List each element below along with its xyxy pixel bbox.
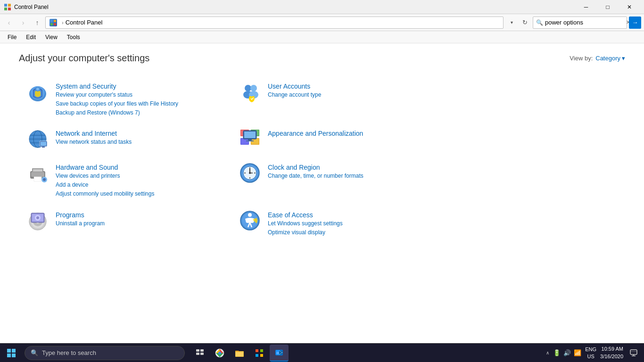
user-accounts-icon	[239, 81, 261, 103]
clock-date: 3/16/2020	[600, 353, 623, 360]
hardware-text: Hardware and Sound View devices and prin…	[56, 162, 154, 197]
address-path[interactable]: › Control Panel	[45, 16, 504, 29]
menu-tools[interactable]: Tools	[63, 33, 84, 41]
clock-title[interactable]: Clock and Region	[268, 164, 363, 171]
svg-rect-68	[7, 354, 11, 357]
title-bar: Control Panel ─ □ ✕	[0, 0, 644, 14]
path-separator: ›	[62, 20, 64, 25]
wifi-icon: 📶	[574, 349, 581, 356]
hardware-link-1[interactable]: View devices and printers	[56, 172, 154, 180]
hardware-svg-icon	[26, 162, 49, 184]
categories-grid: System and Security Review your computer…	[19, 75, 443, 242]
category-appearance[interactable]: Appearance and Personalization	[231, 122, 443, 156]
appearance-icon	[239, 128, 261, 150]
user-accounts-title[interactable]: User Accounts	[268, 82, 321, 90]
taskbar-search-text: Type here to search	[42, 349, 96, 356]
minimize-button[interactable]: ─	[575, 0, 597, 14]
svg-point-52	[249, 172, 251, 174]
forward-button[interactable]: ›	[17, 16, 29, 29]
svg-rect-71	[200, 349, 204, 352]
file-explorer-button[interactable]	[230, 345, 249, 362]
menu-edit[interactable]: Edit	[22, 33, 40, 41]
language-indicator[interactable]: ENG US	[585, 346, 596, 360]
chrome-button[interactable]	[210, 345, 229, 362]
start-button[interactable]	[0, 344, 23, 362]
appearance-text: Appearance and Personalization	[268, 128, 363, 137]
system-security-link-2[interactable]: Save backup copies of your files with Fi…	[56, 100, 178, 108]
category-user-accounts[interactable]: User Accounts Change account type	[231, 75, 443, 122]
view-by-control: View by: Category ▾	[570, 55, 625, 62]
view-by-dropdown[interactable]: Category ▾	[595, 55, 625, 62]
category-hardware[interactable]: Hardware and Sound View devices and prin…	[19, 156, 231, 203]
svg-point-63	[248, 213, 252, 217]
clock-link-1[interactable]: Change date, time, or number formats	[268, 172, 363, 180]
category-system-security[interactable]: System and Security Review your computer…	[19, 75, 231, 122]
ease-link-2[interactable]: Optimize visual display	[268, 229, 343, 237]
file-explorer-icon	[235, 348, 244, 358]
programs-link-1[interactable]: Uninstall a program	[56, 220, 105, 228]
system-security-link-3[interactable]: Backup and Restore (Windows 7)	[56, 109, 178, 117]
taskbar-app-area: O	[187, 345, 542, 362]
ease-title[interactable]: Ease of Access	[268, 211, 343, 219]
ease-svg-icon	[239, 209, 261, 232]
main-content: Adjust your computer's settings View by:…	[0, 43, 644, 343]
taskbar-clock[interactable]: 10:59 AM 3/16/2020	[600, 346, 623, 360]
network-title[interactable]: Network and Internet	[56, 130, 132, 137]
svg-rect-0	[4, 4, 7, 7]
svg-rect-4	[50, 20, 53, 22]
ease-icon	[239, 209, 261, 232]
clock-svg-icon	[239, 162, 261, 184]
refresh-button[interactable]: ↻	[519, 16, 531, 29]
close-button[interactable]: ✕	[619, 0, 640, 14]
svg-rect-22	[41, 142, 46, 146]
svg-point-42	[43, 178, 46, 181]
category-ease[interactable]: Ease of Access Let Windows suggest setti…	[231, 204, 443, 242]
system-security-link-1[interactable]: Review your computer's status	[56, 91, 178, 99]
back-button[interactable]: ‹	[3, 16, 15, 29]
windows-logo-icon	[7, 349, 16, 357]
svg-rect-72	[196, 353, 199, 355]
search-go-button[interactable]: →	[629, 16, 641, 29]
hardware-link-3[interactable]: Adjust commonly used mobility settings	[56, 190, 154, 198]
appearance-title[interactable]: Appearance and Personalization	[268, 130, 363, 137]
programs-title[interactable]: Programs	[56, 211, 105, 219]
system-security-icon	[26, 81, 49, 103]
menu-view[interactable]: View	[41, 33, 61, 41]
taskbar-search-box[interactable]: 🔍 Type here to search	[25, 346, 185, 360]
svg-rect-33	[244, 132, 256, 138]
user-accounts-link-1[interactable]: Change account type	[268, 91, 321, 99]
menu-file[interactable]: File	[4, 33, 20, 41]
window-icon	[4, 3, 11, 11]
window-controls: ─ □ ✕	[575, 0, 640, 14]
svg-rect-89	[630, 350, 637, 354]
sys-tray-expand[interactable]: ∧	[546, 350, 549, 355]
task-view-button[interactable]	[190, 345, 209, 362]
notification-center-button[interactable]	[627, 346, 640, 360]
system-security-title[interactable]: System and Security	[56, 82, 178, 90]
address-bar: ‹ › ↑ › Control Panel ▾ ↻ 🔍 ✕ →	[0, 14, 644, 31]
outlook-button[interactable]: O	[270, 345, 289, 362]
search-box: 🔍 ✕	[533, 16, 627, 29]
svg-rect-2	[4, 8, 7, 10]
hardware-title[interactable]: Hardware and Sound	[56, 164, 154, 171]
search-icon: 🔍	[536, 19, 543, 26]
hardware-link-2[interactable]: Add a device	[56, 181, 154, 189]
up-button[interactable]: ↑	[31, 16, 43, 29]
task-view-icon	[196, 349, 204, 357]
system-security-text: System and Security Review your computer…	[56, 81, 178, 116]
svg-text:O: O	[277, 352, 279, 354]
maximize-button[interactable]: □	[597, 0, 619, 14]
network-link-1[interactable]: View network status and tasks	[56, 138, 132, 146]
svg-rect-39	[33, 169, 42, 172]
content-header: Adjust your computer's settings View by:…	[19, 53, 625, 64]
ease-link-1[interactable]: Let Windows suggest settings	[268, 220, 343, 228]
svg-rect-7	[54, 23, 56, 25]
category-network[interactable]: Network and Internet View network status…	[19, 122, 231, 156]
svg-rect-81	[256, 354, 258, 357]
dropdown-button[interactable]: ▾	[505, 16, 518, 29]
category-clock[interactable]: Clock and Region Change date, time, or n…	[231, 156, 443, 203]
store-button[interactable]	[250, 345, 269, 362]
category-programs[interactable]: Programs Uninstall a program	[19, 204, 231, 242]
appearance-svg-icon	[239, 128, 261, 150]
search-input[interactable]	[545, 19, 624, 26]
